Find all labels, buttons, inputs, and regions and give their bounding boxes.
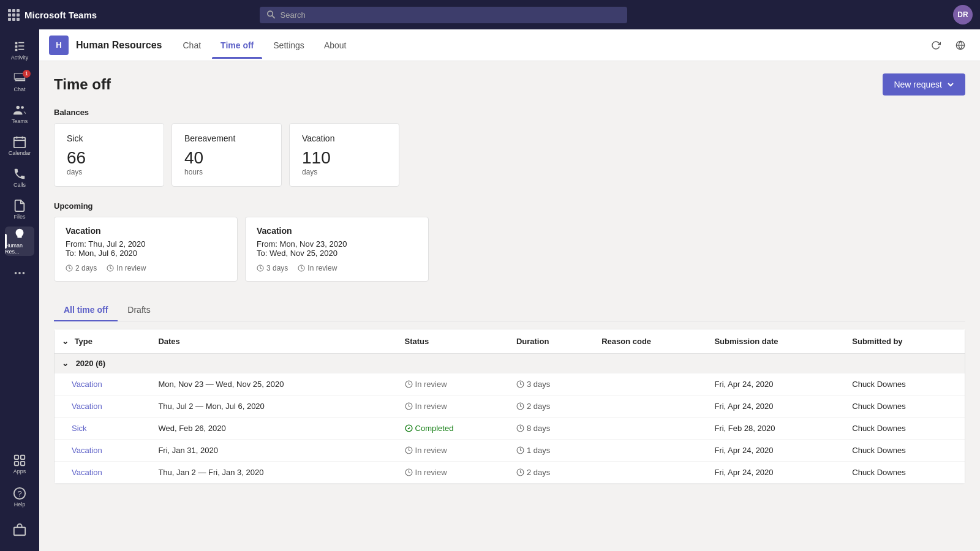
- balance-type-sick: Sick: [67, 133, 151, 143]
- balance-card-sick: Sick 66 days: [54, 123, 164, 187]
- svg-rect-7: [12, 18, 15, 21]
- svg-rect-23: [21, 462, 24, 465]
- avatar[interactable]: DR: [953, 5, 973, 24]
- svg-point-19: [23, 272, 25, 274]
- sidebar-item-teams[interactable]: Teams: [5, 99, 34, 129]
- upcoming-status-1: In review: [298, 264, 337, 272]
- col-header-submission: Submission date: [707, 329, 845, 354]
- status-completed: Completed: [405, 424, 502, 433]
- type-link[interactable]: Vacation: [72, 402, 102, 411]
- tab-about[interactable]: About: [315, 32, 355, 59]
- clock-icon-dur: [516, 446, 524, 454]
- upcoming-to-0: To: Mon, Jul 6, 2020: [66, 249, 226, 258]
- sidebar-item-more[interactable]: [5, 258, 34, 288]
- app-title: Microsoft Teams: [24, 10, 97, 20]
- refresh-button[interactable]: [926, 36, 946, 55]
- app-tabbar: H Human Resources Chat Time off Settings…: [39, 29, 980, 61]
- group-label: 2020 (6): [76, 359, 105, 368]
- tab-settings[interactable]: Settings: [265, 32, 313, 59]
- review-icon-2: [298, 264, 305, 272]
- upcoming-status-0: In review: [107, 264, 146, 272]
- grid-icon[interactable]: [7, 9, 20, 21]
- clock-icon-2: [257, 264, 264, 272]
- cell-status: In review: [398, 440, 509, 462]
- type-link[interactable]: Vacation: [72, 468, 102, 477]
- new-request-button[interactable]: New request: [883, 73, 965, 96]
- sidebar-item-humanres[interactable]: Human Res...: [5, 227, 34, 256]
- balance-unit-bereavement: hours: [184, 168, 269, 176]
- group-expand-icon[interactable]: ⌄: [62, 359, 69, 368]
- clock-icon-dur: [516, 424, 524, 432]
- main-content: Time off New request Balances Sick 66 da…: [39, 61, 980, 551]
- tab-all-time-off[interactable]: All time off: [54, 299, 118, 321]
- balances-label: Balances: [54, 108, 965, 117]
- tab-chat[interactable]: Chat: [175, 32, 210, 59]
- cell-submission-date: Fri, Apr 24, 2020: [707, 440, 845, 462]
- sidebar-item-store[interactable]: [5, 515, 34, 545]
- sidebar-item-calendar[interactable]: Calendar: [5, 131, 34, 160]
- sidebar: Activity Chat 1 Teams Calendar Calls Fil…: [0, 29, 39, 551]
- refresh-icon: [931, 40, 941, 50]
- table-row: Vacation Mon, Nov 23 — Wed, Nov 25, 2020…: [55, 373, 965, 395]
- globe-button[interactable]: [951, 36, 970, 55]
- sidebar-item-files[interactable]: Files: [5, 195, 34, 224]
- type-link[interactable]: Vacation: [72, 380, 102, 389]
- clock-icon-row: [405, 446, 413, 454]
- search-bar[interactable]: [260, 7, 627, 23]
- upcoming-meta-1: 3 days In review: [257, 264, 417, 272]
- upcoming-meta-0: 2 days In review: [66, 264, 226, 272]
- clock-icon-row: [405, 468, 413, 476]
- balance-type-vacation: Vacation: [302, 133, 386, 143]
- svg-rect-0: [8, 9, 11, 12]
- cell-type: Vacation: [55, 462, 151, 484]
- upcoming-from-0: From: Thu, Jul 2, 2020: [66, 239, 226, 249]
- balance-card-bereavement: Bereavement 40 hours: [172, 123, 282, 187]
- status-in-review: In review: [405, 402, 502, 411]
- svg-rect-4: [12, 13, 15, 17]
- sidebar-item-chat[interactable]: Chat 1: [5, 67, 34, 97]
- svg-rect-6: [8, 18, 11, 21]
- svg-point-12: [21, 106, 24, 109]
- balance-card-vacation: Vacation 110 days: [289, 123, 399, 187]
- collapse-all-icon[interactable]: ⌄: [62, 337, 69, 346]
- type-link[interactable]: Sick: [72, 424, 87, 433]
- col-header-duration: Duration: [509, 329, 594, 354]
- cell-submitted-by: Chuck Downes: [845, 462, 965, 484]
- cell-type: Vacation: [55, 440, 151, 462]
- svg-rect-1: [12, 9, 15, 12]
- cell-submitted-by: Chuck Downes: [845, 395, 965, 418]
- cell-submission-date: Fri, Apr 24, 2020: [707, 395, 845, 418]
- balance-unit-vacation: days: [302, 168, 386, 176]
- sidebar-item-calls[interactable]: Calls: [5, 163, 34, 192]
- search-input[interactable]: [281, 10, 620, 20]
- clock-icon-dur: [516, 402, 524, 410]
- upcoming-label: Upcoming: [54, 201, 965, 211]
- sidebar-item-help[interactable]: ? Help: [5, 482, 34, 512]
- svg-point-17: [15, 272, 17, 274]
- cell-status: In review: [398, 462, 509, 484]
- tab-time-off[interactable]: Time off: [212, 32, 262, 59]
- cell-submitted-by: Chuck Downes: [845, 440, 965, 462]
- status-in-review: In review: [405, 380, 502, 389]
- cell-dates: Fri, Jan 31, 2020: [151, 440, 397, 462]
- chevron-down-icon: [947, 81, 954, 88]
- upcoming-from-1: From: Mon, Nov 23, 2020: [257, 239, 417, 249]
- col-header-submitted-by: Submitted by: [845, 329, 965, 354]
- sidebar-item-activity[interactable]: Activity: [5, 36, 34, 65]
- time-off-table: ⌄ Type Dates Status Duration Reason code…: [55, 329, 965, 484]
- clock-icon-row: [405, 380, 413, 388]
- globe-icon: [956, 40, 965, 50]
- upcoming-days-1: 3 days: [257, 264, 288, 272]
- svg-rect-5: [17, 13, 20, 17]
- sidebar-item-apps[interactable]: Apps: [5, 449, 34, 479]
- active-indicator: [5, 234, 7, 249]
- tab-drafts[interactable]: Drafts: [118, 299, 160, 321]
- type-link[interactable]: Vacation: [72, 446, 102, 455]
- table-row: Vacation Thu, Jan 2 — Fri, Jan 3, 2020 I…: [55, 462, 965, 484]
- cell-reason: [594, 462, 707, 484]
- cell-status: Completed: [398, 418, 509, 440]
- table-row: Vacation Fri, Jan 31, 2020 In review 1 d…: [55, 440, 965, 462]
- svg-rect-20: [15, 455, 18, 459]
- cell-submitted-by: Chuck Downes: [845, 418, 965, 440]
- cell-dates: Thu, Jan 2 — Fri, Jan 3, 2020: [151, 462, 397, 484]
